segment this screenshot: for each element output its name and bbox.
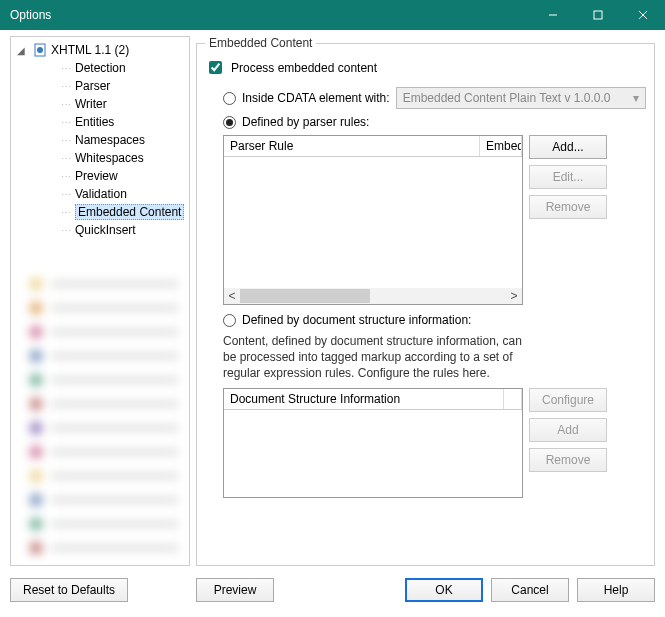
chevron-down-icon: ▾	[633, 91, 639, 105]
tree-root-label: XHTML 1.1 (2)	[51, 43, 129, 57]
minimize-button[interactable]	[530, 0, 575, 30]
tree-item-label: Writer	[75, 97, 107, 111]
doc-structure-col2[interactable]	[504, 389, 522, 409]
cdata-dropdown[interactable]: Embedded Content Plain Text v 1.0.0.0 ▾	[396, 87, 646, 109]
tree-item-detection[interactable]: ⋯Detection	[11, 59, 189, 77]
cdata-dropdown-value: Embedded Content Plain Text v 1.0.0.0	[403, 91, 611, 105]
tree-item-quickinsert[interactable]: ⋯QuickInsert	[11, 221, 189, 239]
options-tree[interactable]: ◢ XHTML 1.1 (2) ⋯Detection⋯Parser⋯Writer…	[10, 36, 190, 566]
tree-guide-icon: ⋯	[61, 135, 75, 146]
svg-line-2	[639, 11, 647, 19]
remove-parser-rule-button[interactable]: Remove	[529, 195, 607, 219]
scroll-right-icon[interactable]: >	[506, 288, 522, 304]
cancel-button[interactable]: Cancel	[491, 578, 569, 602]
window-title: Options	[10, 8, 530, 22]
remove-doc-button[interactable]: Remove	[529, 448, 607, 472]
tree-item-label: Namespaces	[75, 133, 145, 147]
tree-item-label: Parser	[75, 79, 110, 93]
configure-doc-button[interactable]: Configure	[529, 388, 607, 412]
svg-point-5	[37, 47, 43, 53]
tree-item-label: Detection	[75, 61, 126, 75]
tree-guide-icon: ⋯	[61, 81, 75, 92]
tree-item-embedded-content[interactable]: ⋯Embedded Content	[11, 203, 189, 221]
svg-rect-1	[594, 11, 602, 19]
tree-item-whitespaces[interactable]: ⋯Whitespaces	[11, 149, 189, 167]
collapse-icon[interactable]: ◢	[17, 45, 29, 56]
parser-rule-col[interactable]: Parser Rule	[224, 136, 480, 156]
tree-guide-icon: ⋯	[61, 153, 75, 164]
process-embedded-label: Process embedded content	[231, 61, 377, 75]
parser-rules-table[interactable]: Parser Rule Embed < >	[223, 135, 523, 305]
radio-parser-rules[interactable]	[223, 116, 236, 129]
titlebar: Options	[0, 0, 665, 30]
preview-button[interactable]: Preview	[196, 578, 274, 602]
radio-cdata[interactable]	[223, 92, 236, 105]
tree-guide-icon: ⋯	[61, 207, 75, 218]
maximize-button[interactable]	[575, 0, 620, 30]
tree-guide-icon: ⋯	[61, 225, 75, 236]
close-button[interactable]	[620, 0, 665, 30]
embedded-content-panel: Embedded Content Process embedded conten…	[196, 36, 655, 566]
tree-item-entities[interactable]: ⋯Entities	[11, 113, 189, 131]
edit-parser-rule-button[interactable]: Edit...	[529, 165, 607, 189]
tree-guide-icon: ⋯	[61, 189, 75, 200]
tree-guide-icon: ⋯	[61, 171, 75, 182]
panel-legend: Embedded Content	[205, 36, 316, 50]
tree-item-label: Validation	[75, 187, 127, 201]
tree-root[interactable]: ◢ XHTML 1.1 (2)	[11, 41, 189, 59]
tree-item-label: Whitespaces	[75, 151, 144, 165]
ok-button[interactable]: OK	[405, 578, 483, 602]
tree-item-namespaces[interactable]: ⋯Namespaces	[11, 131, 189, 149]
radio-doc-structure[interactable]	[223, 314, 236, 327]
tree-item-parser[interactable]: ⋯Parser	[11, 77, 189, 95]
scroll-left-icon[interactable]: <	[224, 288, 240, 304]
tree-guide-icon: ⋯	[61, 63, 75, 74]
doc-structure-col[interactable]: Document Structure Information	[224, 389, 504, 409]
process-embedded-checkbox[interactable]	[209, 61, 222, 74]
tree-item-preview[interactable]: ⋯Preview	[11, 167, 189, 185]
tree-guide-icon: ⋯	[61, 99, 75, 110]
blurred-tree-items	[29, 277, 179, 555]
embed-col[interactable]: Embed	[480, 136, 522, 156]
page-icon	[33, 43, 47, 57]
add-parser-rule-button[interactable]: Add...	[529, 135, 607, 159]
tree-item-label: Preview	[75, 169, 118, 183]
tree-item-label: QuickInsert	[75, 223, 136, 237]
radio-cdata-label: Inside CDATA element with:	[242, 91, 390, 105]
tree-item-writer[interactable]: ⋯Writer	[11, 95, 189, 113]
scroll-thumb[interactable]	[240, 289, 370, 303]
tree-guide-icon: ⋯	[61, 117, 75, 128]
tree-item-validation[interactable]: ⋯Validation	[11, 185, 189, 203]
tree-item-label: Embedded Content	[75, 204, 184, 220]
reset-defaults-button[interactable]: Reset to Defaults	[10, 578, 128, 602]
help-button[interactable]: Help	[577, 578, 655, 602]
svg-line-3	[639, 11, 647, 19]
dialog-footer: Reset to Defaults Preview OK Cancel Help	[0, 569, 665, 611]
radio-doc-structure-label: Defined by document structure informatio…	[242, 313, 471, 327]
radio-parser-rules-label: Defined by parser rules:	[242, 115, 369, 129]
add-doc-button[interactable]: Add	[529, 418, 607, 442]
tree-item-label: Entities	[75, 115, 114, 129]
doc-structure-description: Content, defined by document structure i…	[223, 333, 523, 382]
doc-structure-table[interactable]: Document Structure Information	[223, 388, 523, 498]
parser-table-hscroll[interactable]: < >	[224, 288, 522, 304]
